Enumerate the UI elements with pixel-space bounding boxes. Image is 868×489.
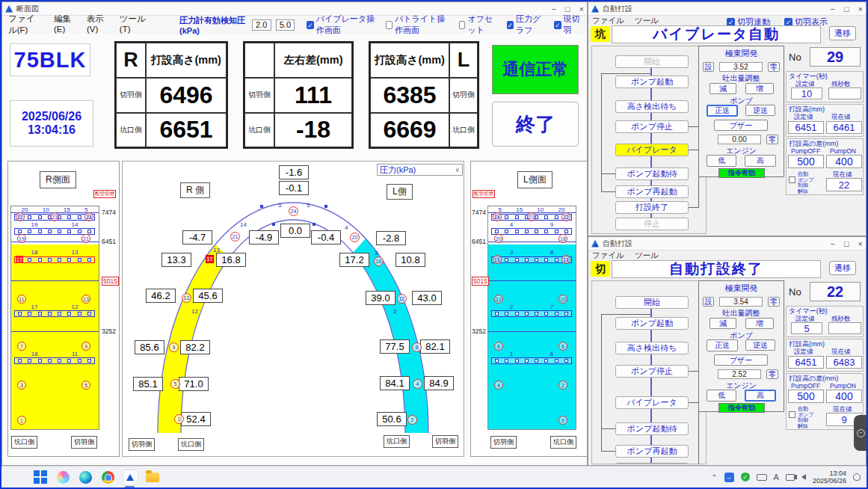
- decrease-button[interactable]: 減: [710, 83, 736, 94]
- copilot-icon[interactable]: [55, 470, 70, 485]
- pipe-port: [555, 215, 558, 219]
- elevation-line: [488, 280, 576, 281]
- menu-item[interactable]: ファイル: [592, 250, 624, 261]
- auto-pump-release-checkbox[interactable]: [789, 411, 795, 418]
- menu-item[interactable]: ファイル(F): [8, 13, 42, 36]
- flow-loop-line: [601, 451, 615, 452]
- transfer-button[interactable]: 遷移: [829, 26, 856, 40]
- r-table-corner: R: [116, 43, 146, 78]
- collapsed-panel-handle[interactable]: −: [854, 415, 868, 451]
- engine-low-button[interactable]: 低: [707, 155, 736, 167]
- start-button[interactable]: [33, 470, 48, 485]
- zero-button[interactable]: 零: [766, 369, 778, 379]
- flow-step-button[interactable]: ポンプ起動: [615, 317, 689, 330]
- pump-reverse-button[interactable]: 逆送: [745, 339, 775, 351]
- set-button[interactable]: 設: [703, 297, 714, 307]
- flow-step-button[interactable]: 停止: [615, 218, 689, 230]
- active-app-icon[interactable]: [123, 470, 138, 485]
- maximize-icon[interactable]: □: [565, 4, 570, 13]
- keyboard-tray-icon[interactable]: [757, 474, 767, 481]
- minimize-icon[interactable]: −: [551, 4, 555, 13]
- buzzer-button[interactable]: ブザー: [714, 354, 768, 366]
- minimize-icon[interactable]: −: [830, 239, 834, 248]
- toolbar-checkbox[interactable]: パトライト操作画面: [386, 13, 452, 36]
- flow-step-button[interactable]: 高さ検出待ち: [615, 342, 689, 354]
- edge-icon[interactable]: [78, 470, 93, 485]
- pressure-low-input[interactable]: 2.0: [252, 19, 271, 31]
- maximize-icon[interactable]: □: [844, 239, 849, 248]
- clock[interactable]: 13:04 2025/06/26: [813, 470, 846, 485]
- decrease-button[interactable]: 減: [710, 318, 736, 329]
- unit-dropdown[interactable]: 圧力(kPa) ∨: [377, 164, 463, 176]
- flow-step-button[interactable]: ポンプ起動待: [615, 167, 689, 180]
- flow-step-button[interactable]: 開始: [615, 296, 689, 309]
- pressure-reading: 85.6: [135, 340, 164, 354]
- pipe-number-row: 1611: [14, 351, 95, 357]
- pipe-circle-marker: 4: [494, 381, 503, 390]
- flow-step-active[interactable]: 打設終了: [615, 463, 689, 464]
- flow-step-button[interactable]: ポンプ起動: [615, 76, 689, 88]
- toolbar-checkbox[interactable]: オフセット: [459, 13, 499, 36]
- buzzer-button[interactable]: ブザー: [714, 120, 768, 131]
- diff-table-header: 左右差(mm): [274, 43, 352, 78]
- close-icon[interactable]: ×: [579, 4, 584, 13]
- pressure-sensor-marker: 4: [413, 379, 422, 389]
- engine-high-button[interactable]: 高: [745, 390, 776, 402]
- menu-item[interactable]: ツール(T): [120, 13, 147, 36]
- elevation-label: 3252: [102, 327, 116, 335]
- zero-button[interactable]: 零: [768, 62, 780, 72]
- menu-item[interactable]: ツール: [635, 250, 659, 261]
- close-icon[interactable]: ×: [858, 4, 863, 13]
- engine-high-button[interactable]: 高: [745, 155, 776, 167]
- menu-item[interactable]: ファイル: [592, 16, 624, 26]
- auto-pump-release-checkbox[interactable]: [789, 176, 795, 183]
- pump-forward-button[interactable]: 正送: [707, 339, 738, 351]
- pressure-high-input[interactable]: 5.0: [276, 19, 295, 31]
- r-height-table: R 打設高さ(mm) 切羽側 6496 坑口側 6651: [114, 41, 228, 149]
- menu-item[interactable]: 表示(V): [87, 13, 108, 36]
- pump-reverse-button[interactable]: 逆送: [745, 105, 775, 116]
- flow-step-button[interactable]: ポンプ停止: [615, 120, 689, 133]
- flow-step-button[interactable]: 高さ検出待ち: [615, 100, 689, 113]
- flow-step-button[interactable]: ポンプ起動待: [615, 422, 689, 435]
- security-shield-icon[interactable]: ✓: [741, 473, 750, 482]
- checkbox-icon: ✓: [507, 21, 514, 29]
- zero-button[interactable]: 零: [768, 297, 780, 307]
- increase-button[interactable]: 増: [745, 83, 774, 94]
- toolbar-checkbox[interactable]: ✓バイブレータ操作画面: [307, 13, 378, 36]
- display-tray-icon[interactable]: [786, 474, 795, 481]
- zero-button[interactable]: 零: [766, 135, 778, 144]
- toolbar-checkbox[interactable]: ✓現切羽: [554, 13, 581, 36]
- chrome-icon[interactable]: [100, 470, 115, 485]
- remote-access-tray-icon[interactable]: ↔: [724, 473, 734, 482]
- flow-step-active[interactable]: バイブレータ: [615, 144, 689, 156]
- flow-step-button[interactable]: 打設終了: [615, 201, 689, 214]
- flow-step-button[interactable]: バイブレータ: [615, 396, 689, 409]
- speaker-icon[interactable]: [801, 474, 806, 480]
- set-button[interactable]: 設: [703, 62, 714, 72]
- flow-step-button[interactable]: 開始: [615, 55, 689, 68]
- timer-group: タイマー(秒)設定値残秒数10: [786, 71, 864, 102]
- pump-forward-button[interactable]: 正送: [707, 105, 738, 117]
- file-explorer-icon[interactable]: [145, 470, 160, 485]
- exit-button[interactable]: 終了: [492, 102, 579, 147]
- pipe-circle-marker: 24: [84, 212, 93, 221]
- maximize-icon[interactable]: □: [844, 4, 849, 13]
- toolbar-checkbox[interactable]: ✓圧力グラフ: [507, 13, 547, 36]
- pump-on-label: PumpON: [830, 382, 856, 390]
- minimize-icon[interactable]: −: [830, 4, 834, 13]
- increase-button[interactable]: 増: [745, 318, 774, 329]
- flow-step-button[interactable]: ポンプ停止: [615, 365, 689, 378]
- tray-overflow-chevron[interactable]: ⌃: [711, 473, 717, 482]
- pipe-port: [505, 230, 508, 233]
- close-icon[interactable]: ×: [858, 239, 863, 248]
- menu-item[interactable]: 編集(E): [54, 13, 75, 36]
- flow-step-button[interactable]: ポンプ再起動: [615, 185, 689, 198]
- ime-indicator[interactable]: A: [774, 473, 779, 482]
- engine-low-button[interactable]: 低: [707, 390, 736, 402]
- flow-step-button[interactable]: ポンプ再起動: [615, 445, 689, 458]
- notification-bell-icon[interactable]: [853, 473, 861, 481]
- pipe-port: [28, 215, 31, 219]
- pipe-port: [505, 258, 508, 262]
- transfer-button[interactable]: 遷移: [829, 261, 856, 275]
